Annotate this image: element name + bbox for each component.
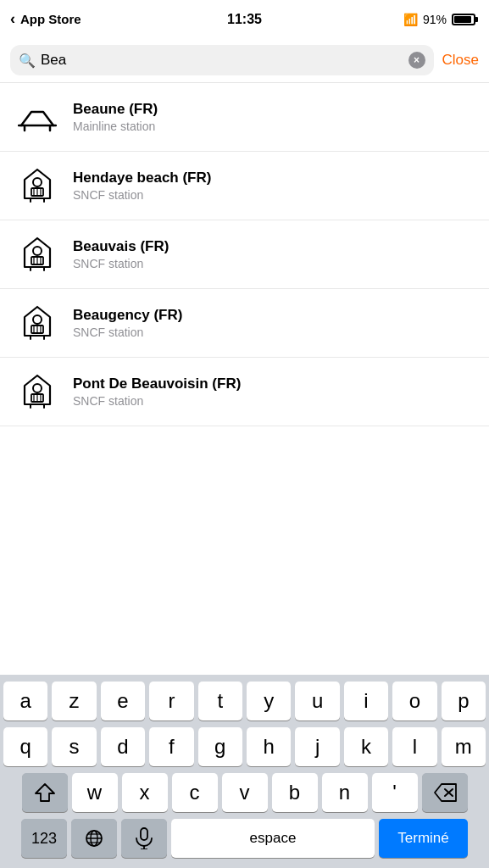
clear-icon: × bbox=[414, 54, 420, 66]
key-q[interactable]: q bbox=[3, 727, 47, 766]
key-r[interactable]: r bbox=[149, 682, 193, 721]
mic-icon bbox=[135, 827, 153, 849]
svg-point-1 bbox=[33, 178, 42, 186]
result-sub: SNCF station bbox=[73, 188, 472, 202]
key-b[interactable]: b bbox=[272, 773, 318, 812]
back-arrow-icon: ‹ bbox=[10, 10, 15, 28]
list-item[interactable]: Hendaye beach (FR)SNCF station bbox=[0, 152, 489, 220]
list-item[interactable]: Beaune (FR)Mainline station bbox=[0, 83, 489, 152]
result-name: Hendaye beach (FR) bbox=[73, 170, 472, 186]
result-name: Beauvais (FR) bbox=[73, 238, 472, 255]
result-name: Pont De Beauvoisin (FR) bbox=[73, 376, 472, 392]
key-z[interactable]: z bbox=[52, 682, 96, 721]
key-d[interactable]: d bbox=[101, 727, 145, 766]
svg-point-7 bbox=[33, 384, 42, 392]
result-sub: Mainline station bbox=[73, 120, 472, 133]
done-key[interactable]: Terminé bbox=[379, 819, 468, 858]
svg-point-5 bbox=[33, 315, 42, 324]
keyboard-row-2: qsdfghjklm bbox=[3, 727, 486, 766]
key-o[interactable]: o bbox=[392, 682, 436, 721]
status-time: 11:35 bbox=[227, 12, 262, 27]
status-right: 📶 91% bbox=[403, 13, 475, 26]
key-h[interactable]: h bbox=[247, 727, 291, 766]
station-icon bbox=[17, 165, 58, 206]
search-glass-icon: 🔍 bbox=[19, 53, 36, 69]
key-s[interactable]: s bbox=[52, 727, 96, 766]
search-input[interactable] bbox=[41, 52, 403, 69]
result-name: Beaune (FR) bbox=[73, 101, 472, 118]
battery-percent: 91% bbox=[423, 13, 447, 26]
list-item[interactable]: Beauvais (FR)SNCF station bbox=[0, 220, 489, 289]
result-text: Beaugency (FR)SNCF station bbox=[73, 307, 472, 339]
key-f[interactable]: f bbox=[149, 727, 193, 766]
key-e[interactable]: e bbox=[101, 682, 145, 721]
key-p[interactable]: p bbox=[442, 682, 486, 721]
result-sub: SNCF station bbox=[73, 394, 472, 408]
keyboard-row-3: wxcvbn' bbox=[3, 773, 486, 812]
key-y[interactable]: y bbox=[247, 682, 291, 721]
battery-icon bbox=[452, 14, 475, 25]
bluetooth-icon: 📶 bbox=[403, 13, 418, 26]
result-text: Hendaye beach (FR)SNCF station bbox=[73, 170, 472, 202]
key-m[interactable]: m bbox=[442, 727, 486, 766]
result-name: Beaugency (FR) bbox=[73, 307, 472, 324]
key-l[interactable]: l bbox=[392, 727, 436, 766]
clear-button[interactable]: × bbox=[408, 52, 425, 69]
station-icon bbox=[17, 234, 58, 275]
station-icon bbox=[17, 97, 58, 137]
key-j[interactable]: j bbox=[295, 727, 339, 766]
key-i[interactable]: i bbox=[344, 682, 388, 721]
key-w[interactable]: w bbox=[72, 773, 118, 812]
results-list: Beaune (FR)Mainline station Hendaye beac… bbox=[0, 83, 489, 426]
result-sub: SNCF station bbox=[73, 326, 472, 339]
list-item[interactable]: Pont De Beauvoisin (FR)SNCF station bbox=[0, 358, 489, 426]
key-'[interactable]: ' bbox=[372, 773, 418, 812]
keyboard-row-1: azertyuiop bbox=[3, 682, 486, 721]
globe-icon bbox=[84, 828, 104, 849]
delete-key[interactable] bbox=[422, 773, 468, 812]
svg-point-3 bbox=[33, 247, 42, 255]
result-text: Beauvais (FR)SNCF station bbox=[73, 238, 472, 270]
app-store-label: App Store bbox=[20, 12, 81, 26]
globe-key[interactable] bbox=[71, 819, 117, 858]
space-key[interactable]: espace bbox=[171, 819, 375, 858]
search-bar: 🔍 × Close bbox=[0, 38, 489, 83]
keyboard: azertyuiop qsdfghjklm wxcvbn' 123 bbox=[0, 675, 489, 868]
station-icon bbox=[17, 303, 58, 343]
key-k[interactable]: k bbox=[344, 727, 388, 766]
station-icon bbox=[17, 371, 58, 412]
status-left: ‹ App Store bbox=[10, 10, 81, 28]
num-key[interactable]: 123 bbox=[21, 819, 67, 858]
mic-key[interactable] bbox=[121, 819, 167, 858]
key-x[interactable]: x bbox=[122, 773, 168, 812]
shift-key[interactable] bbox=[22, 773, 68, 812]
svg-rect-16 bbox=[141, 828, 147, 840]
status-bar: ‹ App Store 11:35 📶 91% bbox=[0, 0, 489, 38]
close-button[interactable]: Close bbox=[442, 52, 479, 69]
key-g[interactable]: g bbox=[198, 727, 242, 766]
key-c[interactable]: c bbox=[172, 773, 218, 812]
key-v[interactable]: v bbox=[222, 773, 268, 812]
result-text: Beaune (FR)Mainline station bbox=[73, 101, 472, 133]
key-u[interactable]: u bbox=[295, 682, 339, 721]
result-text: Pont De Beauvoisin (FR)SNCF station bbox=[73, 376, 472, 408]
key-t[interactable]: t bbox=[198, 682, 242, 721]
keyboard-bottom-row: 123 espace Terminé bbox=[3, 819, 486, 858]
key-a[interactable]: a bbox=[3, 682, 47, 721]
result-sub: SNCF station bbox=[73, 257, 472, 270]
list-item[interactable]: Beaugency (FR)SNCF station bbox=[0, 289, 489, 358]
search-input-wrapper[interactable]: 🔍 × bbox=[10, 45, 434, 75]
key-n[interactable]: n bbox=[322, 773, 368, 812]
